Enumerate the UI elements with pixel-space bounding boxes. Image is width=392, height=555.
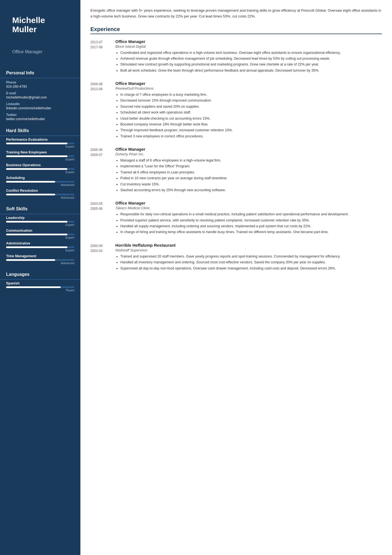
exp-bullet: Trained 3 new employees in correct offic… — [120, 134, 382, 139]
exp-bullet: Through improved feedback program, incre… — [120, 128, 382, 133]
experience-item: 2000-092003-04 Horrible Heffalump Restau… — [90, 243, 382, 272]
skill-label: Business Operations — [6, 163, 74, 167]
skill-bar-fill — [6, 181, 55, 183]
exp-body: Office Manager Takacs Medical Clinic Res… — [115, 201, 382, 236]
summary: Energetic office manager with 5+ years e… — [90, 8, 382, 19]
exp-company: Takacs Medical Clinic — [115, 206, 382, 210]
twitter-value: twitter.com/michellefmuller — [6, 117, 74, 121]
exp-bullet: Achieved revenue goals through effective… — [120, 56, 382, 61]
exp-dates: 2009-082013-06 — [90, 81, 115, 140]
exp-job-title: Office Manager — [115, 39, 382, 44]
personal-info-section: Personal Info Phone 424-260-4793 E-mail … — [0, 68, 80, 124]
exp-body: Office Manager ReviewGull Productions In… — [115, 81, 382, 140]
skill-label: Time Management — [6, 254, 74, 258]
exp-bullets: Managed a staff of 6 office employees in… — [115, 158, 382, 193]
skill-label: Performance Evaluations — [6, 138, 74, 142]
hard-skills-section: Hard Skills Performance Evaluations Expe… — [0, 125, 80, 203]
soft-skills-section: Soft Skills Leadership Expert Communicat… — [0, 204, 80, 268]
experience-item: 2005-062009-07 Office Manager Doherty Ph… — [90, 147, 382, 193]
exp-company: Block Island Digital — [115, 44, 382, 49]
skill-label: Scheduling — [6, 176, 74, 180]
exp-dates: 2005-062009-07 — [90, 147, 115, 193]
exp-bullet: Handled all inventory management and ord… — [120, 260, 382, 265]
email-value: michellefmuller@gmail.com — [6, 95, 74, 99]
skill-label: Administrative — [6, 241, 74, 245]
skill-bar-container — [6, 194, 74, 195]
exp-company: Doherty Phair Inc. — [115, 152, 382, 156]
candidate-title: Office Manager — [6, 42, 74, 60]
skill-bar-container — [6, 246, 74, 248]
skill-bar-fill — [6, 221, 67, 223]
exp-dates: 2003-052005-06 — [90, 201, 115, 236]
exp-job-title: Office Manager — [115, 201, 382, 205]
exp-body: Office Manager Block Island Digital Coor… — [115, 39, 382, 74]
languages-title: Languages — [0, 269, 80, 280]
lang-bar-container — [6, 286, 74, 288]
skill-bar-container — [6, 221, 74, 223]
twitter-label: Twitter — [6, 113, 74, 117]
skill-bar-fill — [6, 234, 67, 235]
exp-body: Office Manager Doherty Phair Inc. Manage… — [115, 147, 382, 193]
phone-value: 424-260-4793 — [6, 85, 74, 89]
experience-item: 2003-052005-06 Office Manager Takacs Med… — [90, 201, 382, 236]
personal-info-title: Personal Info — [0, 68, 80, 78]
languages-section: Languages Spanish Fluent — [0, 269, 80, 295]
phone-item: Phone 424-260-4793 — [0, 78, 80, 89]
exp-dates: 2013-072017-08 — [90, 39, 115, 74]
lang-bar-fill — [6, 286, 61, 288]
exp-job-title: Office Manager — [115, 147, 382, 152]
exp-bullet: Sourced new suppliers and saved 20% on s… — [120, 104, 382, 109]
exp-bullets: In charge of 7 office employees in a bus… — [115, 92, 382, 139]
exp-bullet: Coordinated and organized office operati… — [120, 50, 382, 56]
experience-item: 2009-082013-06 Office Manager ReviewGull… — [90, 81, 382, 140]
exp-job-title: Office Manager — [115, 81, 382, 86]
soft-skill-item: Communication Expert — [0, 227, 80, 240]
exp-bullet: Managed a staff of 6 office employees in… — [120, 158, 382, 163]
exp-bullet: Implemented a "Lean for the Office" Prog… — [120, 164, 382, 169]
main-content: Energetic office manager with 5+ years e… — [80, 0, 392, 555]
exp-bullet: Decreased turnover 15% through improved … — [120, 98, 382, 103]
exp-company: Waitstaff Supervisor — [115, 248, 382, 252]
skill-bar-fill — [6, 246, 67, 248]
soft-skills-title: Soft Skills — [0, 204, 80, 214]
skill-bar-container — [6, 143, 74, 144]
linkedin-label: LinkedIn — [6, 102, 74, 106]
skill-bar-fill — [6, 194, 55, 195]
sidebar-header: Michelle Muller Office Manager — [0, 0, 80, 67]
hard-skill-item: Training New Employees Expert — [0, 149, 80, 162]
exp-bullet: Used better double-checking to cut accou… — [120, 116, 382, 121]
exp-job-title: Horrible Heffalump Restaurant — [115, 243, 382, 248]
exp-bullet: Supervised all day-to-day non-food opera… — [120, 266, 382, 271]
exp-bullet: Trained all 6 office employees in Lean p… — [120, 170, 382, 175]
skill-label: Communication — [6, 229, 74, 233]
candidate-name: Michelle Muller — [6, 8, 74, 40]
exp-bullet: Provided superior patient service, with … — [120, 218, 382, 223]
exp-bullet: Stimulated new contract growth by suppor… — [120, 62, 382, 67]
email-item: E-mail michellefmuller@gmail.com — [0, 89, 80, 100]
soft-skill-item: Administrative Expert — [0, 240, 80, 253]
hard-skill-item: Scheduling Advanced — [0, 174, 80, 187]
skill-bar-container — [6, 259, 74, 261]
exp-bullets: Responsible for daily non-clinical opera… — [115, 212, 382, 235]
exp-bullet: Built all work schedules. Grew the team … — [120, 68, 382, 73]
exp-bullet: Responsible for daily non-clinical opera… — [120, 212, 382, 217]
exp-bullet: Trained and supervised 20 staff members.… — [120, 254, 382, 259]
hard-skill-item: Performance Evaluations Expert — [0, 136, 80, 149]
skill-level: Advanced — [6, 183, 74, 186]
skill-level: Expert — [6, 249, 74, 252]
exp-company: ReviewGull Productions — [115, 86, 382, 90]
exp-bullet: In charge of 7 office employees in a bus… — [120, 92, 382, 97]
skill-bar-container — [6, 155, 74, 157]
exp-bullet: Boosted company revenue 18% through bett… — [120, 122, 382, 127]
skill-label: Leadership — [6, 216, 74, 220]
skill-level: Expert — [6, 145, 74, 148]
skill-level: Expert — [6, 223, 74, 226]
skill-level: Expert — [6, 170, 74, 174]
skill-level: Expert — [6, 158, 74, 161]
linkedin-item: LinkedIn linkedin.com/in/michellefmuller — [0, 100, 80, 111]
skill-level: Advanced — [6, 196, 74, 199]
skill-level: Advanced — [6, 261, 74, 265]
experience-item: 2013-072017-08 Office Manager Block Isla… — [90, 39, 382, 74]
exp-bullet: Scheduled all client work with operation… — [120, 110, 382, 115]
exp-bullet: Slashed accounting errors by 25% through… — [120, 188, 382, 193]
